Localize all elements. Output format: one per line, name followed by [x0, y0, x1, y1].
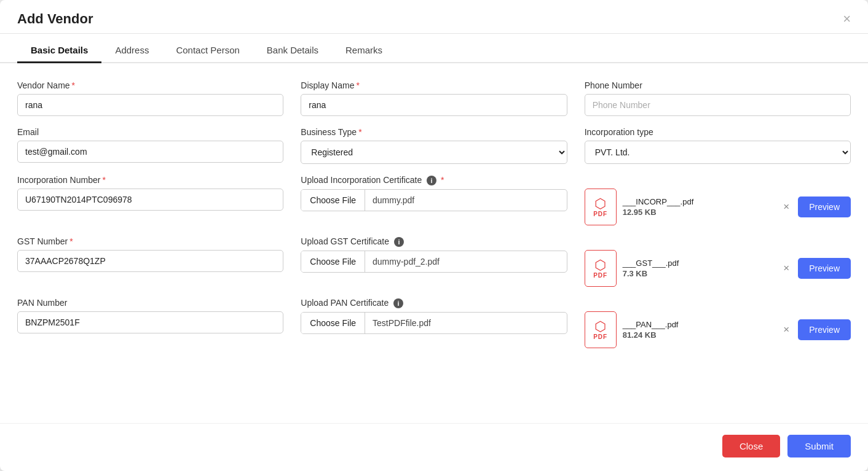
email-input[interactable]	[17, 141, 283, 163]
tab-remarks[interactable]: Remarks	[332, 39, 396, 63]
upload-incorporation-label: Upload Incorporation Certificate i *	[301, 175, 567, 185]
incorporation-pdf-info: ___INCORP___.pdf 12.95 KB	[623, 197, 775, 217]
incorporation-number-input[interactable]	[17, 189, 283, 211]
modal-body: Vendor Name* Display Name* Phone Number …	[0, 63, 868, 423]
incorporation-pdf-icon: ⬡ PDF	[585, 189, 617, 225]
upload-pan-info-icon: i	[393, 298, 403, 308]
pan-pdf-symbol: ⬡	[594, 320, 606, 333]
incorporation-remove-button[interactable]: ×	[781, 201, 792, 213]
choose-incorporation-file-button[interactable]: Choose File	[301, 190, 365, 211]
pan-pdf-size: 81.24 KB	[623, 330, 775, 340]
upload-incorporation-info-icon: i	[427, 176, 436, 185]
display-name-input[interactable]	[301, 94, 567, 116]
gst-remove-button[interactable]: ×	[781, 262, 792, 274]
upload-pan-file-input: Choose File TestPDFfile.pdf	[301, 312, 567, 334]
pan-number-label: PAN Number	[17, 298, 283, 308]
pan-pdf-type: PDF	[593, 333, 607, 340]
gst-pdf-size: 7.3 KB	[623, 269, 775, 278]
incorporation-pdf-size: 12.95 KB	[623, 208, 775, 217]
email-label: Email	[17, 127, 283, 137]
vendor-name-label: Vendor Name*	[17, 80, 283, 90]
pan-pdf-row: ⬡ PDF ___PAN___.pdf 81.24 KB × Preview	[585, 311, 851, 348]
pan-pdf-icon: ⬡ PDF	[585, 311, 617, 348]
tab-contact-person[interactable]: Contact Person	[162, 39, 253, 63]
gst-pdf-filename: ___GST___.pdf	[623, 259, 775, 268]
choose-gst-file-button[interactable]: Choose File	[301, 251, 365, 272]
pan-number-input[interactable]	[17, 311, 283, 333]
upload-incorporation-group: Upload Incorporation Certificate i * Cho…	[301, 175, 567, 211]
gst-number-group: GST Number*	[17, 236, 283, 272]
upload-gst-group: Upload GST Certificate i Choose File dum…	[301, 236, 567, 273]
business-type-group: Business Type* Registered Unregistered C…	[301, 127, 567, 164]
pan-number-group: PAN Number	[17, 298, 283, 333]
phone-number-group: Phone Number	[585, 80, 851, 116]
tab-address[interactable]: Address	[101, 39, 162, 63]
incorporation-pdf-row: ⬡ PDF ___INCORP___.pdf 12.95 KB × Previe…	[585, 189, 851, 225]
pan-remove-button[interactable]: ×	[781, 324, 792, 336]
choose-pan-file-button[interactable]: Choose File	[301, 313, 365, 333]
gst-pdf-info: ___GST___.pdf 7.3 KB	[623, 259, 775, 278]
incorporation-number-label: Incorporation Number*	[17, 175, 283, 185]
business-type-select[interactable]: Registered Unregistered Consumer Oversea…	[301, 141, 567, 164]
pan-preview-button[interactable]: Preview	[798, 319, 851, 340]
display-name-label: Display Name*	[301, 80, 567, 90]
pan-file-name: TestPDFfile.pdf	[365, 313, 567, 333]
gst-preview-button[interactable]: Preview	[798, 258, 851, 279]
upload-gst-info-icon: i	[394, 237, 404, 247]
phone-number-label: Phone Number	[585, 80, 851, 90]
upload-pan-group: Upload PAN Certificate i Choose File Tes…	[301, 298, 567, 334]
vendor-name-group: Vendor Name*	[17, 80, 283, 116]
incorporation-type-label: Incorporation type	[585, 127, 851, 137]
incorporation-number-group: Incorporation Number*	[17, 175, 283, 211]
gst-file-name: dummy-pdf_2.pdf	[365, 251, 567, 272]
add-vendor-modal: Add Vendor × Basic Details Address Conta…	[0, 0, 868, 471]
tab-basic-details[interactable]: Basic Details	[17, 39, 101, 63]
modal-close-icon[interactable]: ×	[843, 12, 851, 26]
submit-button[interactable]: Submit	[787, 435, 851, 457]
upload-gst-file-input: Choose File dummy-pdf_2.pdf	[301, 251, 567, 273]
pan-pdf-info: ___PAN___.pdf 81.24 KB	[623, 320, 775, 340]
gst-number-label: GST Number*	[17, 236, 283, 246]
tab-bank-details[interactable]: Bank Details	[253, 39, 332, 63]
email-group: Email	[17, 127, 283, 163]
modal-title: Add Vendor	[17, 11, 93, 27]
incorporation-pdf-type: PDF	[593, 211, 607, 217]
incorporation-type-group: Incorporation type PVT. Ltd. LLP Sole Pr…	[585, 127, 851, 164]
pan-pdf-filename: ___PAN___.pdf	[623, 320, 775, 329]
close-button[interactable]: Close	[722, 435, 780, 457]
tabs-bar: Basic Details Address Contact Person Ban…	[0, 39, 868, 63]
gst-pdf-icon: ⬡ PDF	[585, 250, 617, 287]
gst-pdf-symbol: ⬡	[594, 259, 606, 272]
form-grid: Vendor Name* Display Name* Phone Number …	[17, 80, 851, 348]
phone-number-input[interactable]	[585, 94, 851, 116]
modal-header: Add Vendor ×	[0, 0, 868, 34]
upload-pan-label: Upload PAN Certificate i	[301, 298, 567, 308]
modal-footer: Close Submit	[0, 423, 868, 471]
gst-pdf-row: ⬡ PDF ___GST___.pdf 7.3 KB × Preview	[585, 250, 851, 287]
gst-pdf-type: PDF	[593, 272, 607, 279]
upload-gst-label: Upload GST Certificate i	[301, 236, 567, 247]
display-name-group: Display Name*	[301, 80, 567, 116]
business-type-label: Business Type*	[301, 127, 567, 137]
incorporation-file-name: dummy.pdf	[365, 190, 567, 211]
incorporation-type-select[interactable]: PVT. Ltd. LLP Sole Proprietorship Partne…	[585, 141, 851, 164]
upload-incorporation-file-input: Choose File dummy.pdf	[301, 189, 567, 211]
incorporation-preview-button[interactable]: Preview	[798, 197, 851, 217]
incorporation-pdf-symbol: ⬡	[594, 197, 606, 211]
gst-pdf-preview-group: placeholder ⬡ PDF ___GST___.pdf 7.3 KB ×…	[585, 236, 851, 287]
incorporation-pdf-preview-group: placeholder ⬡ PDF ___INCORP___.pdf 12.95…	[585, 175, 851, 225]
pan-pdf-preview-group: placeholder ⬡ PDF ___PAN___.pdf 81.24 KB…	[585, 298, 851, 348]
incorporation-pdf-filename: ___INCORP___.pdf	[623, 197, 775, 206]
gst-number-input[interactable]	[17, 250, 283, 272]
vendor-name-input[interactable]	[17, 94, 283, 116]
